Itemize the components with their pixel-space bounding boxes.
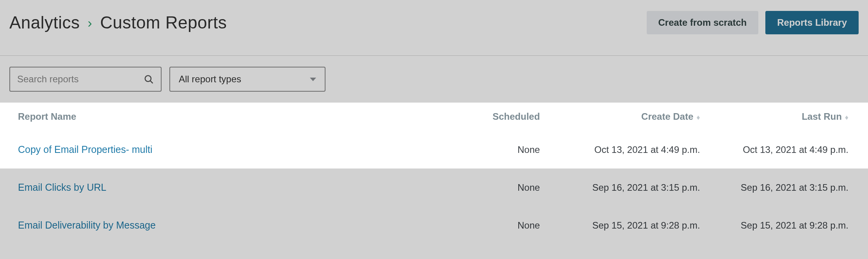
breadcrumb: Analytics › Custom Reports: [9, 13, 227, 32]
table-row[interactable]: Email Clicks by URLNoneSep 16, 2021 at 3…: [0, 169, 868, 206]
cell-scheduled: None: [451, 169, 555, 206]
sort-indicator-icon: ♦: [845, 114, 848, 121]
cell-report-name: Copy of Email Properties- multi: [0, 131, 451, 169]
report-link[interactable]: Copy of Email Properties- multi: [18, 144, 153, 155]
report-link[interactable]: Email Clicks by URL: [18, 182, 106, 193]
caret-down-icon: [310, 77, 316, 82]
filters-bar: All report types: [0, 56, 868, 103]
dropdown-selected-label: All report types: [179, 74, 241, 85]
report-link[interactable]: Email Deliverability by Message: [18, 220, 156, 231]
create-from-scratch-button[interactable]: Create from scratch: [647, 11, 759, 34]
column-header-name[interactable]: Report Name: [0, 103, 451, 131]
cell-create-date: Sep 15, 2021 at 9:28 p.m.: [555, 206, 711, 244]
cell-last-run: Oct 13, 2021 at 4:49 p.m.: [712, 131, 868, 169]
table-body: Copy of Email Properties- multiNoneOct 1…: [0, 131, 868, 244]
cell-create-date: Sep 16, 2021 at 3:15 p.m.: [555, 169, 711, 206]
header-actions: Create from scratch Reports Library: [647, 11, 859, 34]
cell-scheduled: None: [451, 131, 555, 169]
search-icon: [144, 74, 154, 84]
reports-library-button[interactable]: Reports Library: [765, 11, 859, 34]
report-type-dropdown[interactable]: All report types: [169, 67, 326, 92]
page: Analytics › Custom Reports Create from s…: [0, 0, 868, 244]
cell-last-run: Sep 15, 2021 at 9:28 p.m.: [712, 206, 868, 244]
chevron-right-icon: ›: [88, 15, 92, 30]
cell-report-name: Email Deliverability by Message: [0, 206, 451, 244]
table-header: Report Name Scheduled Create Date♦ Last …: [0, 103, 868, 131]
svg-line-1: [150, 81, 152, 83]
column-header-last-run[interactable]: Last Run♦: [712, 103, 868, 131]
cell-create-date: Oct 13, 2021 at 4:49 p.m.: [555, 131, 711, 169]
breadcrumb-root[interactable]: Analytics: [9, 13, 80, 32]
reports-table: Report Name Scheduled Create Date♦ Last …: [0, 103, 868, 244]
svg-marker-2: [310, 78, 316, 81]
search-input-wrapper[interactable]: [9, 67, 162, 92]
breadcrumb-current: Custom Reports: [100, 13, 227, 32]
cell-scheduled: None: [451, 206, 555, 244]
table-row[interactable]: Email Deliverability by MessageNoneSep 1…: [0, 206, 868, 244]
column-header-scheduled[interactable]: Scheduled: [451, 103, 555, 131]
sort-indicator-icon: ♦: [696, 114, 700, 121]
table-row[interactable]: Copy of Email Properties- multiNoneOct 1…: [0, 131, 868, 169]
cell-last-run: Sep 16, 2021 at 3:15 p.m.: [712, 169, 868, 206]
search-input[interactable]: [17, 74, 144, 85]
page-header: Analytics › Custom Reports Create from s…: [0, 0, 868, 56]
cell-report-name: Email Clicks by URL: [0, 169, 451, 206]
column-header-create-date[interactable]: Create Date♦: [555, 103, 711, 131]
